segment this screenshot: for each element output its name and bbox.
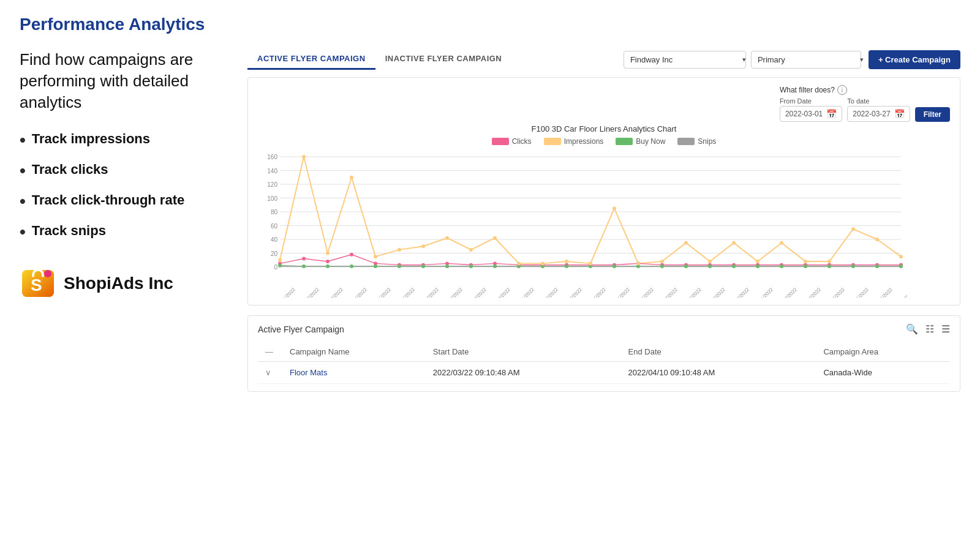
svg-point-109	[421, 244, 425, 248]
svg-point-123	[756, 260, 760, 263]
date-inputs: From Date 2022-03-01 📅 To date 2022-03-2…	[780, 97, 950, 122]
filter-button[interactable]: Filter	[915, 107, 950, 122]
svg-point-115	[565, 260, 568, 263]
svg-point-125	[804, 260, 807, 263]
legend-clicks: Clicks	[492, 137, 532, 146]
svg-point-120	[684, 241, 688, 245]
feature-item-3: •Track click-through rate	[20, 192, 228, 210]
analytics-chart-svg: 02040608010012014016003/01/202203/02/202…	[258, 151, 907, 298]
svg-point-102	[899, 264, 903, 268]
svg-text:03/07/2022: 03/07/2022	[418, 287, 440, 298]
svg-point-126	[827, 260, 831, 263]
svg-text:160: 160	[267, 154, 277, 160]
chart-filter-row: What filter does? i From Date 2022-03-01…	[258, 85, 950, 122]
svg-text:03/10/2022: 03/10/2022	[490, 287, 511, 298]
svg-text:03/16/2022: 03/16/2022	[633, 287, 655, 298]
tab-active-flyer[interactable]: ACTIVE FLYER CAMPAIGN	[247, 49, 375, 70]
campaign-link[interactable]: Floor Mats	[290, 368, 327, 377]
tab-inactive-flyer[interactable]: INACTIVE FLYER CAMPAIGN	[375, 49, 512, 70]
info-icon[interactable]: i	[837, 85, 847, 95]
bullet-1: •	[20, 132, 26, 149]
svg-text:03/23/2022: 03/23/2022	[801, 287, 822, 298]
chart-title: F100 3D Car Floor Liners Analytics Chart	[258, 124, 950, 133]
svg-text:03/05/2022: 03/05/2022	[371, 287, 392, 298]
create-campaign-button[interactable]: + Create Campaign	[869, 50, 960, 69]
right-panel: ACTIVE FLYER CAMPAIGN INACTIVE FLYER CAM…	[247, 49, 960, 536]
svg-point-81	[398, 264, 401, 268]
to-date-input[interactable]: 2022-03-27 📅	[847, 106, 910, 122]
search-icon[interactable]: 🔍	[906, 323, 918, 335]
svg-point-121	[708, 260, 712, 263]
table-icon-group: 🔍 ☷ ☰	[906, 323, 950, 335]
svg-text:03/14/2022: 03/14/2022	[586, 287, 607, 298]
svg-text:03/21/2022: 03/21/2022	[753, 287, 774, 298]
svg-text:03/15/2022: 03/15/2022	[609, 287, 631, 298]
expand-cell[interactable]: ∨	[258, 362, 282, 384]
svg-text:40: 40	[271, 236, 278, 243]
logo-area: S ShopiAds Inc	[20, 265, 228, 302]
to-date-label: To date	[847, 97, 910, 105]
chart-svg-wrapper: 02040608010012014016003/01/202203/02/202…	[258, 151, 950, 298]
svg-point-122	[732, 241, 736, 245]
svg-text:80: 80	[271, 209, 278, 216]
from-date-input[interactable]: 2022-03-01 📅	[780, 106, 842, 122]
svg-point-100	[851, 264, 855, 268]
svg-point-114	[541, 261, 545, 265]
svg-point-106	[350, 176, 353, 179]
filter-icon[interactable]: ☰	[941, 323, 950, 335]
svg-text:03/27/2022: 03/27/2022	[896, 287, 907, 298]
svg-text:03/19/2022: 03/19/2022	[705, 287, 726, 298]
top-controls: ACTIVE FLYER CAMPAIGN INACTIVE FLYER CAM…	[247, 49, 960, 70]
filter-hint: What filter does? i	[780, 85, 950, 95]
campaign-area-cell: Canada-Wide	[816, 362, 950, 384]
svg-point-108	[398, 248, 401, 252]
svg-point-50	[302, 257, 306, 261]
vendor-select-wrapper: Findway Inc	[624, 51, 751, 69]
svg-point-113	[517, 261, 521, 265]
svg-point-103	[278, 258, 282, 262]
table-header-row: Active Flyer Campaign 🔍 ☷ ☰	[258, 323, 950, 335]
svg-text:03/03/2022: 03/03/2022	[323, 287, 344, 298]
feature-item-1: •Track impressions	[20, 130, 228, 149]
end-date-cell: 2022/04/10 09:10:48 AM	[621, 362, 816, 384]
svg-point-82	[421, 264, 425, 268]
svg-point-99	[827, 264, 831, 268]
svg-point-83	[445, 264, 449, 268]
campaign-table: — Campaign Name Start Date End Date Camp…	[258, 342, 950, 384]
svg-point-80	[374, 264, 377, 268]
left-panel: Find how campaigns are performing with d…	[20, 49, 228, 536]
svg-text:100: 100	[267, 195, 277, 202]
col-end-date: End Date	[621, 342, 816, 362]
svg-point-97	[780, 264, 783, 268]
svg-point-94	[708, 264, 712, 268]
calendar-icon: 📅	[826, 109, 837, 119]
bullet-2: •	[20, 162, 26, 179]
vendor-select[interactable]: Findway Inc	[624, 51, 746, 69]
legend-color-clicks	[492, 138, 509, 145]
start-date-cell: 2022/03/22 09:10:48 AM	[426, 362, 621, 384]
svg-point-107	[374, 255, 377, 258]
svg-text:03/04/2022: 03/04/2022	[347, 287, 368, 298]
svg-text:0: 0	[274, 264, 277, 271]
svg-point-93	[684, 264, 688, 268]
svg-text:60: 60	[271, 223, 278, 230]
type-select[interactable]: Primary	[751, 51, 861, 69]
svg-point-3	[44, 270, 51, 277]
svg-text:20: 20	[271, 250, 278, 257]
legend-color-impressions	[544, 138, 561, 145]
svg-point-105	[326, 252, 330, 255]
svg-point-79	[350, 264, 353, 268]
svg-point-101	[875, 264, 879, 268]
campaign-name-cell[interactable]: Floor Mats	[282, 362, 426, 384]
svg-text:03/25/2022: 03/25/2022	[848, 287, 870, 298]
svg-point-112	[493, 236, 497, 240]
svg-point-98	[804, 264, 807, 268]
svg-text:03/26/2022: 03/26/2022	[872, 287, 894, 298]
svg-text:S: S	[31, 276, 42, 294]
grid-icon[interactable]: ☷	[925, 323, 934, 335]
svg-point-92	[660, 264, 664, 268]
svg-point-77	[302, 264, 306, 268]
svg-point-104	[302, 155, 306, 159]
svg-point-129	[899, 255, 903, 258]
col-start-date: Start Date	[426, 342, 621, 362]
